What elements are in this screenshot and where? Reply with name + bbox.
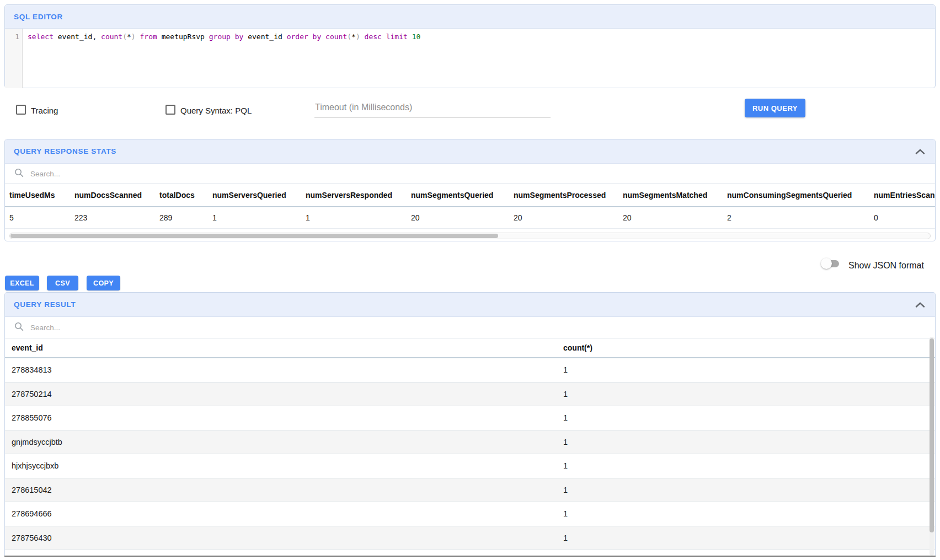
stats-column-header[interactable]: numEntriesScann [874,191,935,200]
stats-column-header[interactable]: numSegmentsMatched [623,191,727,200]
timeout-input[interactable] [314,103,551,117]
sql-token [321,33,325,41]
vertical-scrollbar-thumb[interactable] [930,338,934,532]
result-cell-event-id: 278855076 [12,413,52,422]
result-cell-event-id: 278834813 [12,365,52,374]
stats-column-header[interactable]: numServersQueried [212,191,306,200]
stats-table-header-row: timeUsedMsnumDocsScannedtotalDocsnumServ… [5,184,935,207]
result-column-header-event-id[interactable]: event_id [12,343,43,352]
sql-token: ( [347,33,351,41]
result-search-row [5,317,935,338]
sql-token: ) [131,33,136,41]
result-row-partial: 2780000001 [5,550,935,558]
stats-panel-title: QUERY RESPONSE STATS [14,147,116,155]
result-cell-count: 1 [563,390,568,399]
show-json-toggle-label: Show JSON format [848,261,924,271]
sql-token: from [140,33,157,41]
sql-code-editor[interactable]: 1 select event_id, count(*) from meetupR… [5,29,935,88]
result-cell-event-id: gnjmdsyccjbtb [12,438,62,446]
result-table-bottom-edge [4,556,936,557]
sql-token: event_id [243,33,286,41]
result-row: 2786946661 [5,502,935,526]
result-panel-title: QUERY RESULT [14,300,76,309]
result-row: gnjmdsyccjbtb1 [5,430,935,455]
sql-query-text[interactable]: select event_id, count(*) from meetupRsv… [23,29,420,88]
result-table-body: 278834813127875021412788550761gnjmdsyccj… [5,358,935,558]
sql-token: * [127,33,131,41]
result-row: 2788348131 [5,358,935,383]
sql-token: 10 [412,33,421,41]
pinot-query-console: SQL EDITOR 1 select event_id, count(*) f… [0,0,940,560]
result-cell-count: 1 [563,413,568,422]
sql-editor-panel: SQL EDITOR 1 select event_id, count(*) f… [4,4,936,88]
result-row: 2786150421 [5,478,935,503]
query-result-panel: QUERY RESULT event_id count(*) 278834813… [4,292,936,556]
stats-value-cell: 5 [9,213,74,222]
stats-value-cell: 1 [212,213,306,222]
stats-column-header[interactable]: totalDocs [159,191,212,200]
line-number: 1 [15,33,19,41]
pql-syntax-checkbox[interactable] [165,105,175,115]
editor-line-number-gutter: 1 [5,29,23,88]
sql-token [382,33,386,41]
stats-table-value-row: 52232891120202020 [5,207,935,229]
sql-token: event_id, [54,33,101,41]
tracing-checkbox[interactable] [16,105,26,115]
stats-column-header[interactable]: numConsumingSegmentsQueried [727,191,874,200]
result-cell-count: 1 [563,365,568,374]
collapse-chevron-up-icon[interactable] [915,302,925,308]
pql-syntax-label: Query Syntax: PQL [180,106,252,115]
horizontal-scrollbar-thumb[interactable] [10,234,498,238]
stats-value-cell: 289 [159,213,212,222]
result-search-input[interactable] [29,323,935,332]
show-json-toggle[interactable] [821,258,841,269]
stats-search-input[interactable] [29,169,935,179]
stats-column-header[interactable]: numDocsScanned [74,191,159,200]
sql-token: limit [386,33,408,41]
result-cell-count: 1 [563,461,568,470]
excel-button[interactable]: EXCEL [5,276,39,290]
result-cell-count: 1 [563,534,568,542]
sql-token: * [351,33,356,41]
collapse-chevron-up-icon[interactable] [915,149,925,154]
result-panel-header: QUERY RESULT [5,293,935,317]
search-icon [14,168,24,180]
copy-button[interactable]: COPY [87,276,120,290]
query-response-stats-panel: QUERY RESPONSE STATS timeUsedMsnumDocsSc… [4,139,936,241]
sql-token: ( [122,33,127,41]
result-row: 2787564301 [5,526,935,551]
sql-token: select [28,33,54,41]
stats-value-cell: 1 [306,213,411,222]
horizontal-scrollbar[interactable] [9,233,931,239]
sql-token: count [101,33,122,41]
sql-token: desc [365,33,382,41]
result-cell-event-id: 278750214 [12,390,52,399]
stats-value-cell: 20 [411,213,514,222]
result-cell-event-id: 278615042 [12,486,52,494]
vertical-scrollbar[interactable] [930,337,934,556]
result-table-header-row: event_id count(*) [5,338,935,358]
sql-token [136,33,140,41]
sql-token [408,33,412,41]
result-cell-event-id: hjxhjsyccjbxb [12,461,58,470]
result-row: hjxhjsyccjbxb1 [5,454,935,478]
stats-column-header[interactable]: numServersResponded [306,191,411,200]
sql-token: order by [287,33,322,41]
result-cell-count: 1 [563,486,568,494]
stats-value-cell: 2 [727,213,874,222]
result-row: 2788550761 [5,406,935,430]
stats-panel-header: QUERY RESPONSE STATS [5,139,935,164]
result-column-header-count[interactable]: count(*) [563,343,592,352]
csv-button[interactable]: CSV [47,276,78,290]
result-cell-event-id: 278694666 [12,509,52,518]
toggle-thumb [821,258,832,269]
stats-column-header[interactable]: numSegmentsProcessed [514,191,623,200]
sql-editor-header: SQL EDITOR [5,5,935,29]
run-query-button[interactable]: RUN QUERY [745,99,805,117]
stats-column-header[interactable]: numSegmentsQueried [411,191,514,200]
result-cell-count: 1 [563,509,568,518]
stats-search-row [5,164,935,184]
stats-value-cell: 20 [623,213,727,222]
stats-column-header[interactable]: timeUsedMs [9,191,74,200]
sql-editor-title: SQL EDITOR [14,13,63,21]
